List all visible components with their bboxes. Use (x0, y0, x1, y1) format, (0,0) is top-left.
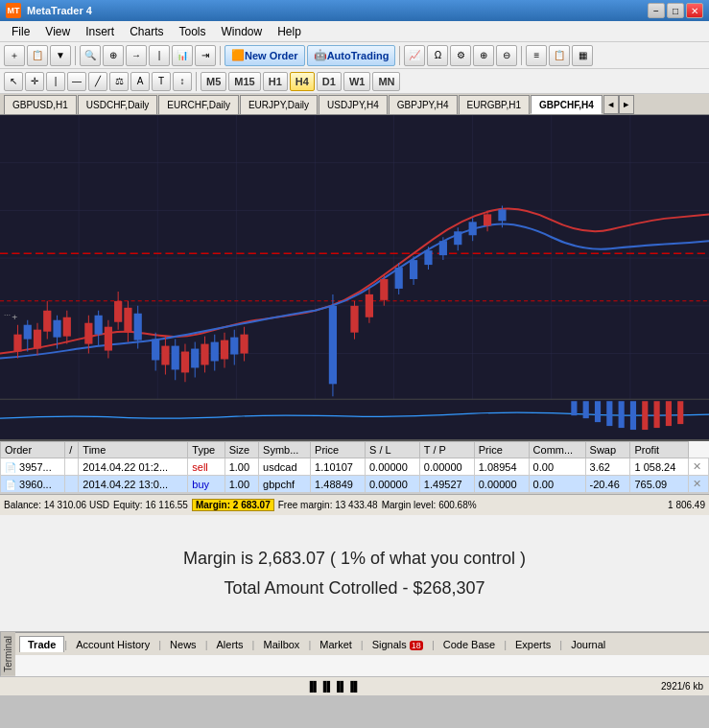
cell-close[interactable]: ✕ (688, 458, 708, 476)
line-button[interactable]: | (46, 72, 65, 91)
tab-news[interactable]: News (161, 636, 205, 652)
textlabel-button[interactable]: T (152, 72, 171, 91)
tab-market[interactable]: Market (311, 636, 361, 652)
zoom-minus-button[interactable]: ⊖ (496, 45, 517, 66)
svg-rect-42 (152, 340, 159, 361)
text-button[interactable]: A (130, 72, 150, 91)
col-order[interactable]: Order (1, 442, 65, 458)
tf-m15[interactable]: M15 (228, 72, 260, 91)
cell-size: 1.00 (225, 458, 258, 476)
col-sl[interactable]: S / L (365, 442, 419, 458)
profiles-button[interactable]: ▼ (50, 45, 71, 66)
chart-type-button[interactable]: 📊 (172, 45, 193, 66)
sep1 (75, 46, 76, 65)
col-time[interactable]: Time (79, 442, 188, 458)
table-row[interactable]: 📄 3960... 2014.04.22 13:0... buy 1.00 gb… (1, 476, 709, 493)
chart-tab-usdchf[interactable]: USDCHF,Daily (78, 95, 158, 114)
svg-rect-56 (221, 341, 228, 360)
svg-rect-89 (595, 401, 601, 422)
table-row[interactable]: 📄 3957... 2014.04.22 01:2... sell 1.00 u… (1, 458, 709, 476)
experts-button[interactable]: ⚙ (450, 45, 471, 66)
pitchfork-button[interactable]: ⚖ (109, 72, 129, 91)
tf-w1[interactable]: W1 (343, 72, 371, 91)
chart-tab-gbpjpy[interactable]: GBPJPY,H4 (389, 95, 458, 114)
menu-insert[interactable]: Insert (78, 23, 122, 40)
col-symbol[interactable]: Symb... (259, 442, 311, 458)
orders-table: Order / Time Type Size Symb... Price S /… (0, 441, 709, 493)
tab-alerts[interactable]: Alerts (207, 636, 251, 652)
chart-tab-gbpusd-h1[interactable]: GBPUSD,H1 (4, 95, 77, 114)
tab-code-base[interactable]: Code Base (435, 636, 504, 652)
arrows-button[interactable]: ↕ (173, 72, 192, 91)
chart-tab-arrow-left[interactable]: ◄ (603, 95, 619, 114)
cell-close[interactable]: ✕ (688, 476, 708, 493)
templates-button[interactable]: 📋 (27, 45, 48, 66)
menu-window[interactable]: Window (214, 23, 271, 40)
chart-tab-eurgbp[interactable]: EURGBP,H1 (459, 95, 531, 114)
tf-h4[interactable]: H4 (290, 72, 315, 91)
col-flag[interactable]: / (65, 442, 79, 458)
cursor-button[interactable]: ↖ (4, 72, 23, 91)
col-type[interactable]: Type (188, 442, 225, 458)
tf-d1[interactable]: D1 (317, 72, 342, 91)
tf-m5[interactable]: M5 (201, 72, 226, 91)
tab-account-history[interactable]: Account History (67, 636, 158, 652)
menu-help[interactable]: Help (270, 23, 309, 40)
tab-signals[interactable]: Signals 18 (364, 636, 432, 652)
zoom-plus-button[interactable]: ⊕ (473, 45, 494, 66)
cell-current: 0.00000 (474, 476, 529, 493)
maximize-button[interactable]: □ (667, 3, 684, 18)
tf-h1[interactable]: H1 (263, 72, 288, 91)
menu-charts[interactable]: Charts (122, 23, 171, 40)
tab-mailbox[interactable]: Mailbox (254, 636, 308, 652)
zoom-out-button[interactable]: ⊕ (103, 45, 124, 66)
terminal-button[interactable]: ▦ (572, 45, 593, 66)
terminal-label[interactable]: Terminal (0, 632, 15, 676)
svg-rect-62 (329, 306, 337, 385)
auto-trading-button[interactable]: 🤖 AutoTrading (307, 45, 396, 66)
close-button[interactable]: ✕ (686, 3, 703, 18)
chart-area[interactable]: + ··· (0, 115, 709, 441)
col-swap[interactable]: Swap (585, 442, 630, 458)
svg-rect-34 (105, 327, 112, 351)
crosshair-button[interactable]: ✛ (25, 72, 44, 91)
minimize-button[interactable]: − (648, 3, 665, 18)
col-current-price[interactable]: Price (474, 442, 529, 458)
hline-button[interactable]: — (67, 72, 86, 91)
menu-file[interactable]: File (4, 23, 37, 40)
data-window-button[interactable]: 📋 (549, 45, 570, 66)
chart-tab-eurjpy[interactable]: EURJPY,Daily (240, 95, 318, 114)
scroll-right-button[interactable]: → (126, 45, 147, 66)
tab-trade[interactable]: Trade (19, 636, 64, 652)
cell-sl: 0.00000 (365, 476, 419, 493)
col-comm[interactable]: Comm... (529, 442, 585, 458)
zoom-in-button[interactable]: 🔍 (80, 45, 101, 66)
chart-tab-arrow-right[interactable]: ► (619, 95, 634, 114)
indicators-button[interactable]: Ω (427, 45, 448, 66)
trendline-button[interactable]: ╱ (88, 72, 107, 91)
title-bar-left: MT MetaTrader 4 (6, 3, 92, 18)
title-bar: MT MetaTrader 4 − □ ✕ (0, 0, 709, 21)
period-sep-button[interactable]: | (149, 45, 170, 66)
chart-tab-eurchf[interactable]: EURCHF,Daily (158, 95, 239, 114)
tab-journal[interactable]: Journal (562, 636, 614, 652)
menu-tools[interactable]: Tools (172, 23, 214, 40)
col-profit[interactable]: Profit (630, 442, 688, 458)
tab-experts[interactable]: Experts (507, 636, 559, 652)
svg-rect-36 (114, 301, 122, 322)
menu-view[interactable]: View (37, 23, 78, 40)
app-icon: MT (6, 3, 21, 18)
col-size[interactable]: Size (225, 442, 258, 458)
tf-mn[interactable]: MN (372, 72, 400, 91)
history-button[interactable]: 📈 (404, 45, 425, 66)
cell-symbol: gbpchf (259, 476, 311, 493)
new-order-button[interactable]: 🟧 New Order (225, 45, 305, 66)
market-watch-button[interactable]: ≡ (526, 45, 547, 66)
new-chart-button[interactable]: ＋ (4, 45, 25, 66)
chart-tab-usdjpy[interactable]: USDJPY,H4 (319, 95, 388, 114)
chart-shift-button[interactable]: ⇥ (195, 45, 216, 66)
col-tp[interactable]: T / P (419, 442, 474, 458)
chart-tab-gbpchf[interactable]: GBPCHF,H4 (531, 95, 603, 114)
col-price[interactable]: Price (311, 442, 366, 458)
cell-current: 1.08954 (474, 458, 529, 476)
